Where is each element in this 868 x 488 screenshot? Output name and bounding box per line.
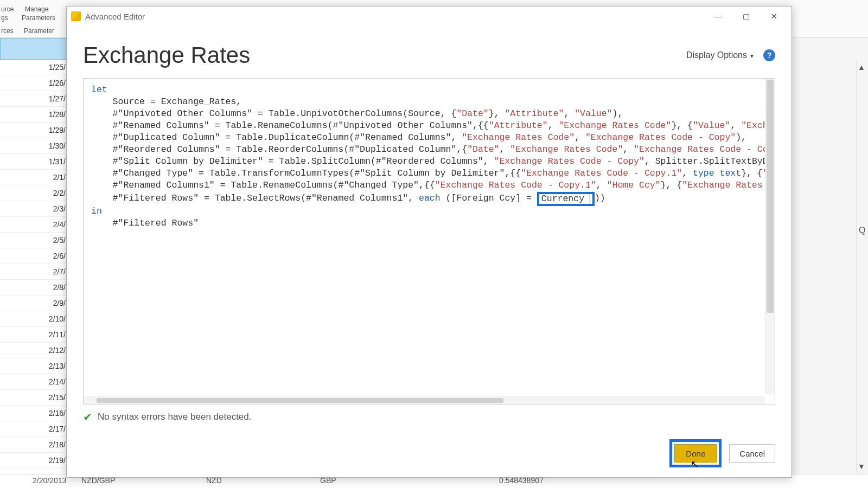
grid-date-cell[interactable]: 2/19/ — [0, 453, 70, 468]
maximize-button[interactable]: ▢ — [732, 8, 760, 25]
grid-date-cell[interactable]: 2/3/ — [0, 201, 70, 217]
app-icon — [71, 11, 81, 21]
scroll-up-icon[interactable]: ▲ — [858, 63, 865, 72]
vscroll-thumb[interactable] — [767, 80, 774, 313]
t: rces — [1, 27, 14, 35]
advanced-editor-dialog: Advanced Editor — ▢ ✕ Exchange Rates Dis… — [66, 6, 792, 478]
grid-date-cell[interactable]: 2/6/ — [0, 248, 70, 264]
display-options-label: Display Options — [686, 50, 747, 60]
window-title: Advanced Editor — [85, 12, 145, 21]
grid-date-cell[interactable]: 1/29/ — [0, 123, 70, 138]
grid-date-cell[interactable]: 2/7/ — [0, 264, 70, 280]
t: gs — [1, 14, 8, 22]
titlebar[interactable]: Advanced Editor — ▢ ✕ — [67, 7, 792, 26]
t: Manage — [25, 5, 48, 13]
scroll-down-icon[interactable]: ▼ — [858, 462, 865, 471]
edited-token-highlight: Currency — [537, 192, 595, 206]
outer-vscroll[interactable]: ▲ Q ▼ — [856, 60, 868, 474]
done-button-highlight: Done ↖ — [669, 439, 722, 467]
grid-date-cell[interactable]: 2/12/ — [0, 343, 70, 358]
chevron-down-icon: ▾ — [750, 52, 754, 60]
grid-date-cell[interactable]: 1/25/ — [0, 60, 70, 75]
grid-date-cell[interactable]: 2/16/ — [0, 406, 70, 421]
t: Parameters — [22, 14, 55, 22]
hscroll-thumb[interactable] — [97, 398, 503, 403]
t: urce — [1, 5, 14, 13]
grid-date-cell[interactable]: 2/1/ — [0, 170, 70, 185]
letter: Q — [859, 226, 865, 235]
query-name-heading: Exchange Rates — [83, 42, 250, 68]
grid-date-cell[interactable]: 2/15/ — [0, 390, 70, 406]
grid-date-cell[interactable]: 1/26/ — [0, 75, 70, 91]
grid-date-cell[interactable]: 1/28/ — [0, 107, 70, 123]
grid-date-cell[interactable]: 2/9/ — [0, 296, 70, 311]
grid-date-cell[interactable]: 2/17/ — [0, 421, 70, 437]
help-icon[interactable]: ? — [763, 49, 775, 61]
grid-date-cell[interactable]: 2/5/ — [0, 233, 70, 248]
minimize-button[interactable]: — — [704, 8, 732, 25]
close-button[interactable]: ✕ — [760, 8, 788, 25]
grid-date-cell[interactable]: 2/18/ — [0, 437, 70, 453]
grid-date-cell[interactable]: 2/13/ — [0, 358, 70, 374]
grid-date-cell[interactable]: 2/11/ — [0, 327, 70, 343]
cancel-button[interactable]: Cancel — [729, 444, 775, 463]
grid-date-cell[interactable]: 2/4/ — [0, 217, 70, 233]
check-icon: ✔ — [83, 410, 92, 423]
syntax-status: ✔ No syntax errors have been detected. — [83, 410, 775, 424]
grid-date-cell[interactable]: 2/8/ — [0, 280, 70, 296]
grid-date-cell[interactable]: 2/14/ — [0, 374, 70, 390]
editor-vscroll[interactable] — [765, 79, 775, 394]
editor-hscroll[interactable] — [84, 396, 765, 404]
display-options-dropdown[interactable]: Display Options▾ — [686, 50, 754, 60]
done-button[interactable]: Done — [674, 444, 717, 463]
t: Parameter — [24, 27, 54, 35]
grid-bg: 1/25/1/26/1/27/1/28/1/29/1/30/1/31/2/1/2… — [0, 60, 71, 488]
grid-date-cell[interactable]: 1/31/ — [0, 154, 70, 170]
grid-date-cell[interactable]: 2/2/ — [0, 185, 70, 201]
grid-date-cell[interactable]: 2/10/ — [0, 311, 70, 327]
status-text: No syntax errors have been detected. — [98, 412, 252, 422]
grid-date-cell[interactable]: 1/30/ — [0, 138, 70, 154]
code-editor[interactable]: let Source = Exchange_Rates, #"Unpivoted… — [83, 78, 775, 404]
grid-date-cell[interactable]: 1/27/ — [0, 91, 70, 107]
